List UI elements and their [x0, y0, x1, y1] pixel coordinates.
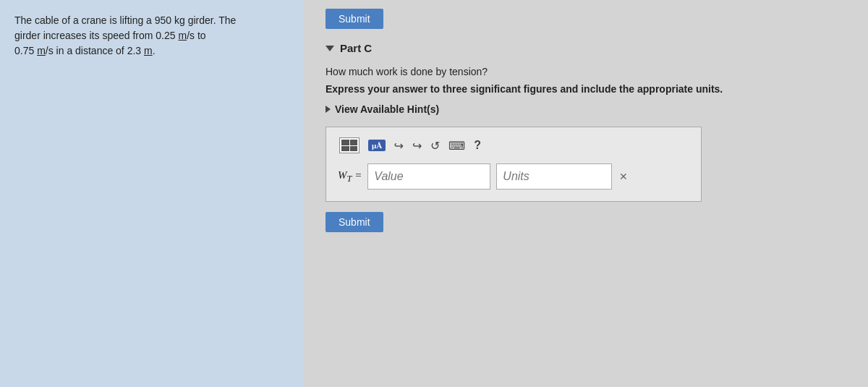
help-button[interactable]: ? [472, 137, 482, 153]
input-row: WT = ✕ [338, 163, 689, 190]
matrix-icon [339, 137, 359, 153]
units-input[interactable] [496, 163, 612, 190]
answer-box: μÅ ↩ ↪ ↺ ⌨ ? [326, 127, 702, 202]
left-panel: The cable of a crane is lifting a 950 kg… [0, 0, 304, 387]
undo-icon: ↩ [394, 139, 404, 153]
toolbar-row: μÅ ↩ ↪ ↺ ⌨ ? [338, 136, 689, 155]
problem-text: The cable of a crane is lifting a 950 kg… [14, 13, 289, 59]
part-c-label: Part C [340, 42, 372, 54]
top-submit-area: Submit [304, 0, 868, 36]
top-submit-button[interactable]: Submit [326, 9, 383, 29]
wt-subscript: T [347, 174, 352, 184]
value-input[interactable] [367, 163, 490, 190]
mu-a-icon: μÅ [368, 140, 386, 151]
keyboard-icon: ⌨ [448, 139, 465, 153]
redo-icon: ↪ [412, 139, 422, 153]
part-c-section: Part C How much work is done by tension?… [304, 36, 868, 202]
bottom-submit-button[interactable]: Submit [326, 212, 383, 232]
matrix-button[interactable] [338, 136, 361, 155]
question-text: How much work is done by tension? [326, 66, 846, 77]
right-panel: Submit Part C How much work is done by t… [304, 0, 868, 387]
matrix-cell-4 [350, 146, 358, 152]
wt-label: WT = [338, 169, 362, 184]
part-c-header: Part C [326, 42, 846, 54]
matrix-cell-3 [341, 146, 349, 152]
close-x-icon[interactable]: ✕ [619, 171, 628, 182]
keyboard-button[interactable]: ⌨ [447, 137, 467, 154]
mu-a-button[interactable]: μÅ [367, 138, 387, 153]
part-c-collapse-arrow[interactable] [326, 46, 334, 51]
matrix-cell-2 [350, 140, 358, 145]
redo-button[interactable]: ↪ [411, 137, 423, 154]
help-icon: ? [474, 139, 481, 152]
reset-button[interactable]: ↺ [429, 137, 441, 154]
hint-expand-arrow[interactable] [326, 106, 331, 113]
reset-icon: ↺ [430, 139, 440, 153]
hint-row[interactable]: View Available Hint(s) [326, 103, 846, 115]
matrix-cell-1 [341, 140, 349, 145]
hint-label[interactable]: View Available Hint(s) [335, 103, 439, 115]
instruction-text: Express your answer to three significant… [326, 83, 846, 95]
undo-button[interactable]: ↩ [393, 137, 405, 154]
bottom-submit-area: Submit [304, 202, 868, 242]
